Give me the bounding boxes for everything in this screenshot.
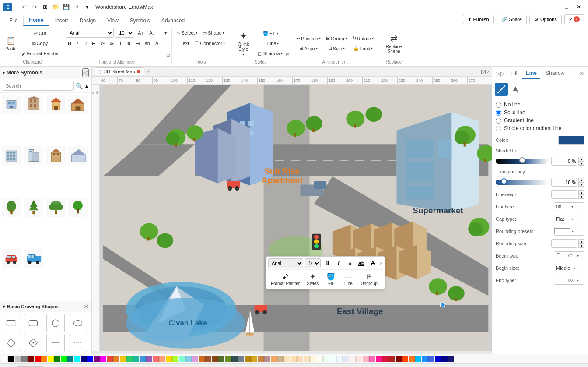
redo-button[interactable]: ↪ <box>30 2 39 12</box>
color-swatch[interactable] <box>159 356 165 362</box>
color-swatch[interactable] <box>212 356 218 362</box>
text-bg-button[interactable]: ab <box>143 39 152 48</box>
shade-tint-down[interactable]: ▼ <box>578 161 584 166</box>
color-swatch[interactable] <box>264 356 270 362</box>
ft-strikethrough-button[interactable]: A <box>368 258 378 268</box>
shape-ellipse[interactable] <box>69 314 87 332</box>
color-swatch[interactable] <box>441 356 448 362</box>
panel-expand-button[interactable]: ▷▷ <box>496 70 505 77</box>
tab-file[interactable]: File <box>4 15 23 26</box>
size-button[interactable]: ⊡ Size ▾ <box>324 44 349 53</box>
color-swatch[interactable] <box>54 356 60 362</box>
shade-tint-up[interactable]: ▲ <box>578 157 584 161</box>
color-swatch[interactable] <box>231 356 238 362</box>
quick-style-button[interactable]: ✦ Quick Style ▾ <box>232 30 255 56</box>
fill-panel-tool[interactable] <box>509 83 522 96</box>
help-button[interactable]: ? ! <box>564 14 584 24</box>
underline-button[interactable]: U <box>81 39 89 48</box>
color-swatch[interactable] <box>35 356 41 362</box>
color-swatch[interactable] <box>61 356 67 362</box>
linetype-dropdown[interactable]: 00 ▾ <box>554 202 584 211</box>
maximize-button[interactable]: □ <box>561 2 572 12</box>
subscript-button[interactable]: x₂ <box>108 39 116 48</box>
lineweight-up[interactable]: ▲ <box>578 190 584 194</box>
cut-button[interactable]: ✂ Cut <box>19 28 61 38</box>
color-swatch[interactable] <box>323 356 329 362</box>
shadow-button[interactable]: ◻ Shadow ▾ <box>256 49 285 58</box>
print-button[interactable]: 🖨 <box>72 2 81 12</box>
no-line-option[interactable]: No line <box>496 102 584 108</box>
ft-line-button[interactable]: — Line <box>340 272 356 287</box>
end-type-dropdown[interactable]: —— 00 ▾ <box>554 276 584 285</box>
rounding-size-input[interactable]: 0,00 mm <box>551 239 578 248</box>
new-button[interactable]: ⊞ <box>40 2 50 12</box>
shape-line-dot[interactable] <box>69 334 87 352</box>
color-swatch[interactable] <box>186 356 192 362</box>
ft-font-select[interactable]: Arial <box>268 258 303 268</box>
color-swatch[interactable] <box>363 356 369 362</box>
color-swatch[interactable] <box>284 356 290 362</box>
color-swatch[interactable] <box>422 356 428 362</box>
align-button[interactable]: ⊟ Align ▾ <box>294 44 323 53</box>
symbol-item[interactable] <box>46 198 66 217</box>
ft-ungroup-button[interactable]: ⊞ Ungroup <box>358 271 380 287</box>
strikethrough-button[interactable]: S <box>90 39 97 48</box>
symbol-item[interactable] <box>46 95 66 114</box>
ft-format-painter-button[interactable]: 🖌 Format Painter <box>268 272 302 287</box>
minimize-button[interactable]: − <box>549 2 560 12</box>
cap-type-dropdown[interactable]: Flat ▾ <box>554 215 584 223</box>
color-swatch[interactable] <box>382 356 388 362</box>
tab-view[interactable]: View <box>102 15 124 26</box>
color-swatch[interactable] <box>100 356 106 362</box>
color-swatch[interactable] <box>356 356 362 362</box>
line-style-button[interactable]: — Line ▾ <box>256 39 285 48</box>
color-swatch[interactable] <box>396 356 402 362</box>
color-swatch[interactable] <box>409 356 415 362</box>
ft-align-button[interactable]: ≡ <box>345 258 355 268</box>
ft-size-select[interactable]: 10 <box>305 258 321 268</box>
shape-diamond-dot[interactable] <box>24 334 42 352</box>
tab-advanced[interactable]: Advanced <box>156 15 190 26</box>
drawing-shapes-header[interactable]: ▾ Basic Drawing Shapes ✕ <box>0 301 91 312</box>
styles-expand-button[interactable]: ⊡ <box>286 52 289 59</box>
symbol-item[interactable] <box>24 249 43 268</box>
replace-shape-button[interactable]: ⇄ Replace Shape <box>381 30 407 56</box>
search-button[interactable]: 🔍 <box>76 83 83 89</box>
color-swatch[interactable] <box>330 356 336 362</box>
shape-rect[interactable] <box>2 314 20 332</box>
copy-button[interactable]: ⧉ Copy <box>19 39 61 48</box>
lineweight-input[interactable]: 0,75 pt <box>551 190 578 199</box>
panel-toggle-button[interactable]: ▷▷ <box>481 68 489 74</box>
shade-tint-input[interactable] <box>551 157 578 166</box>
color-swatch[interactable] <box>205 356 211 362</box>
color-swatch[interactable] <box>251 356 257 362</box>
color-swatch[interactable] <box>317 356 323 362</box>
symbol-item[interactable] <box>2 95 21 114</box>
shape-circle[interactable] <box>46 314 65 332</box>
color-swatch[interactable] <box>310 356 316 362</box>
color-swatch[interactable] <box>146 356 152 362</box>
color-swatch[interactable] <box>376 356 382 362</box>
shape-rect-round[interactable] <box>24 314 42 332</box>
drawing-shapes-close-button[interactable]: ✕ <box>84 303 89 310</box>
line-panel-tool[interactable] <box>495 83 508 96</box>
undo-button[interactable]: ↩ <box>19 2 29 12</box>
begin-type-dropdown[interactable]: ←—— 02 ▾ <box>554 251 584 260</box>
font-expand-button[interactable]: ⊡ <box>166 53 170 58</box>
panel-close-button[interactable]: ✕ <box>579 70 584 77</box>
options-button[interactable]: ⚙Options <box>529 15 562 24</box>
symbol-item[interactable] <box>46 146 66 165</box>
symbol-item[interactable] <box>68 95 88 114</box>
font-color-button[interactable]: A <box>153 39 161 48</box>
position-button[interactable]: ⊹ Position ▾ <box>294 34 323 43</box>
publish-button[interactable]: ⬆Publish <box>463 15 494 24</box>
color-swatch[interactable] <box>94 356 100 362</box>
color-swatch[interactable] <box>271 356 277 362</box>
color-swatch[interactable] <box>428 356 434 362</box>
color-swatch[interactable] <box>166 356 172 362</box>
rotate-button[interactable]: ↻ Rotate ▾ <box>350 34 376 43</box>
transparency-input[interactable] <box>551 178 578 187</box>
color-swatch[interactable] <box>258 356 264 362</box>
color-swatch[interactable] <box>304 356 310 362</box>
transparency-down[interactable]: ▼ <box>578 182 584 187</box>
